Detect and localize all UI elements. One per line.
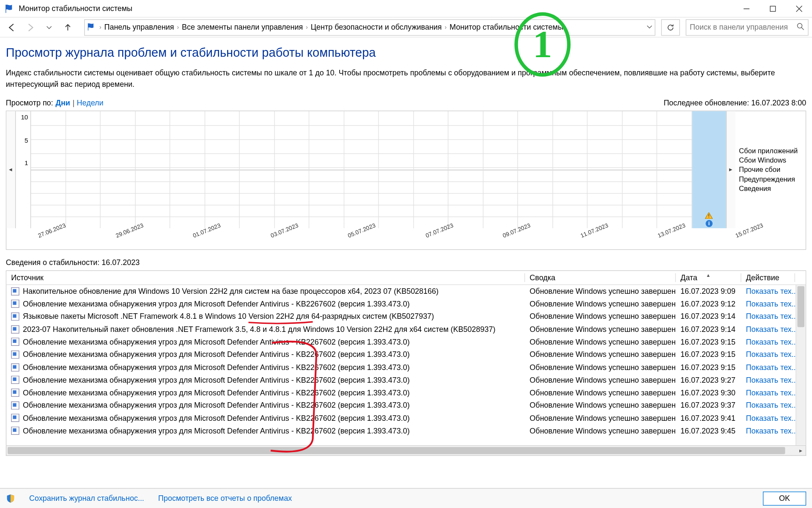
page-description: Индекс стабильности системы оценивает об… — [6, 68, 806, 90]
row-action-link[interactable]: Показать тех... — [741, 325, 795, 334]
refresh-button[interactable] — [661, 19, 680, 36]
info-item-icon — [11, 300, 19, 308]
table-row[interactable]: Обновление механизма обнаружения угроз д… — [6, 399, 806, 412]
navbar: › Панель управления › Все элементы панел… — [0, 17, 812, 37]
row-action-link[interactable]: Показать тех... — [741, 299, 795, 308]
chart-legend: Сбои приложенийСбои WindowsПрочие сбоиПр… — [735, 111, 806, 228]
row-source: Обновление механизма обнаружения угроз д… — [23, 388, 410, 397]
save-report-link[interactable]: Сохранить журнал стабильнос... — [29, 494, 144, 503]
row-date: 16.07.2023 9:41 — [676, 414, 741, 422]
ok-button[interactable]: OK — [763, 491, 806, 505]
chart-day-column[interactable] — [518, 111, 553, 228]
chart-day-column[interactable] — [587, 111, 622, 228]
table-row[interactable]: Обновление механизма обнаружения угроз д… — [6, 298, 806, 310]
chart-day-column[interactable] — [31, 111, 66, 228]
col-header-date[interactable]: ▲Дата — [676, 273, 741, 282]
row-action-link[interactable]: Показать тех... — [741, 388, 795, 397]
view-weeks-link[interactable]: Недели — [77, 98, 104, 107]
row-date: 16.07.2023 9:15 — [676, 363, 741, 372]
chart-day-column[interactable] — [170, 111, 205, 228]
maximize-button[interactable] — [760, 0, 786, 17]
window-title: Монитор стабильности системы — [19, 4, 733, 13]
row-action-link[interactable]: Показать тех... — [741, 375, 795, 384]
row-action-link[interactable]: Показать тех... — [741, 363, 795, 372]
nav-back-button[interactable] — [3, 19, 20, 36]
row-date: 16.07.2023 9:15 — [676, 350, 741, 359]
table-row[interactable]: Обновление механизма обнаружения угроз д… — [6, 387, 806, 399]
table-row[interactable]: Обновление механизма обнаружения угроз д… — [6, 336, 806, 348]
table-row[interactable]: Обновление механизма обнаружения угроз д… — [6, 425, 806, 437]
row-action-link[interactable]: Показать тех... — [741, 287, 795, 295]
chart-grid[interactable]: !i — [31, 111, 726, 228]
row-summary: Обновление Windows успешно завершено — [525, 375, 676, 384]
table-row[interactable]: 2023-07 Накопительный пакет обновления .… — [6, 323, 806, 336]
minimize-button[interactable] — [733, 0, 759, 17]
chart-day-column[interactable] — [205, 111, 239, 228]
row-action-link[interactable]: Показать тех... — [741, 312, 795, 321]
scroll-right-icon[interactable]: ▸ — [796, 446, 805, 455]
horizontal-scrollbar[interactable]: ◂ ▸ — [6, 446, 806, 456]
chart-day-column[interactable] — [657, 111, 692, 228]
content-area: Просмотр журнала проблем и стабильности … — [0, 37, 812, 456]
chart-day-column[interactable] — [379, 111, 414, 228]
view-days-link[interactable]: Дни — [55, 98, 70, 107]
breadcrumb-current: Монитор стабильности системы — [450, 23, 563, 32]
table-row[interactable]: Накопительное обновление для Windows 10 … — [6, 285, 806, 298]
details-header: Сведения о стабильности: 16.07.2023 — [6, 258, 806, 267]
nav-recent-button[interactable] — [41, 19, 58, 36]
chart-day-column[interactable] — [101, 111, 135, 228]
search-input[interactable] — [690, 23, 796, 32]
chart-scroll-left[interactable]: ◂ — [6, 111, 16, 228]
close-button[interactable] — [786, 0, 812, 17]
row-action-link[interactable]: Показать тех... — [741, 350, 795, 359]
info-item-icon — [11, 414, 19, 422]
row-summary: Обновление Windows успешно завершено — [525, 299, 676, 308]
chart-day-column[interactable]: !i — [692, 111, 726, 228]
row-summary: Обновление Windows успешно завершено — [525, 388, 676, 397]
breadcrumb-item[interactable]: Центр безопасности и обслуживания — [311, 23, 442, 32]
chart-day-column[interactable] — [344, 111, 379, 228]
table-row[interactable]: Обновление механизма обнаружения угроз д… — [6, 361, 806, 374]
details-table: Источник Сводка ▲Дата Действие Накопител… — [6, 270, 806, 446]
table-row[interactable]: Обновление механизма обнаружения угроз д… — [6, 348, 806, 361]
search-box[interactable] — [686, 19, 808, 36]
chart-day-column[interactable] — [66, 111, 101, 228]
col-header-summary[interactable]: Сводка — [525, 273, 676, 282]
legend-item: Сбои Windows — [739, 156, 802, 164]
col-header-action[interactable]: Действие — [741, 273, 795, 282]
chevron-right-icon: › — [99, 24, 102, 30]
row-source: Обновление механизма обнаружения угроз д… — [23, 363, 410, 372]
chart-day-column[interactable] — [622, 111, 657, 228]
info-item-icon — [11, 312, 19, 320]
chevron-right-icon: › — [306, 24, 308, 30]
chart-day-column[interactable] — [309, 111, 344, 228]
address-bar[interactable]: › Панель управления › Все элементы панел… — [84, 19, 656, 36]
table-row[interactable]: Языковые пакеты Microsoft .NET Framework… — [6, 310, 806, 323]
row-action-link[interactable]: Показать тех... — [741, 337, 795, 346]
chevron-down-icon[interactable] — [647, 23, 653, 32]
chart-day-column[interactable] — [135, 111, 170, 228]
row-action-link[interactable]: Показать тех... — [741, 426, 795, 435]
chart-day-column[interactable] — [240, 111, 274, 228]
col-header-source[interactable]: Источник — [6, 273, 525, 282]
breadcrumb-item[interactable]: Панель управления — [104, 23, 174, 32]
nav-forward-button[interactable] — [22, 19, 39, 36]
nav-up-button[interactable] — [60, 19, 76, 36]
chart-day-column[interactable] — [483, 111, 518, 228]
breadcrumb-item[interactable]: Все элементы панели управления — [182, 23, 303, 32]
row-date: 16.07.2023 9:15 — [676, 337, 741, 346]
row-source: Обновление механизма обнаружения угроз д… — [23, 414, 410, 422]
table-row[interactable]: Обновление механизма обнаружения угроз д… — [6, 374, 806, 387]
chart-day-column[interactable] — [553, 111, 587, 228]
row-action-link[interactable]: Показать тех... — [741, 414, 795, 422]
row-summary: Обновление Windows успешно завершено — [525, 401, 676, 410]
svg-point-4 — [797, 23, 802, 28]
chart-scroll-right[interactable]: ▸ — [726, 111, 735, 228]
view-all-reports-link[interactable]: Просмотреть все отчеты о проблемах — [158, 494, 292, 503]
table-row[interactable]: Обновление механизма обнаружения угроз д… — [6, 412, 806, 425]
chart-day-column[interactable] — [274, 111, 309, 228]
vertical-scrollbar[interactable] — [796, 285, 805, 445]
chart-day-column[interactable] — [448, 111, 483, 228]
chart-day-column[interactable] — [414, 111, 448, 228]
row-action-link[interactable]: Показать тех... — [741, 401, 795, 410]
